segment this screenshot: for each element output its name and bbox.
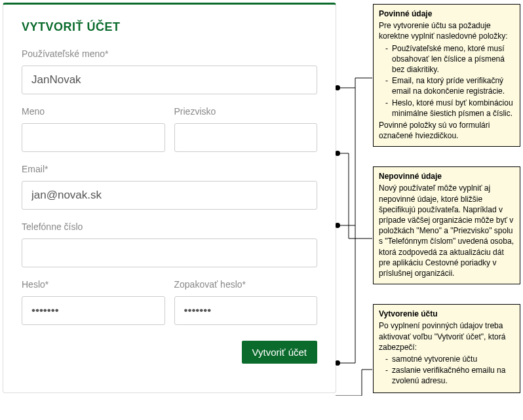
firstname-input[interactable] [22,123,165,152]
username-label: Používateľské meno* [22,48,317,59]
note-create-account: Vytvorenie účtu Po vyplnení povinných úd… [373,304,520,393]
note-bullet: Email, na ktorý príde verifikačný email … [392,75,514,96]
username-input[interactable] [22,66,317,94]
lastname-input[interactable] [174,123,318,152]
email-input[interactable] [22,181,317,210]
note-title: Povinné údaje [379,9,514,19]
note-title: Vytvorenie účtu [379,309,514,319]
note-text: Povinné položky sú vo formulári označené… [379,120,514,141]
email-label: Email* [22,164,317,174]
phone-input[interactable] [22,239,317,267]
create-account-form: VYTVORIŤ ÚČET Používateľské meno* Meno P… [3,3,336,393]
note-text: Nový používateľ môže vyplniť aj nepovinn… [379,183,514,278]
password2-label: Zopakovať heslo* [174,279,318,290]
note-title: Nepovinné údaje [379,171,514,181]
form-title: VYTVORIŤ ÚČET [22,20,317,34]
note-optional-fields: Nepovinné údaje Nový používateľ môže vyp… [373,166,520,284]
password-input[interactable] [22,296,165,325]
lastname-label: Priezvisko [174,106,318,117]
note-bullet: zaslanie verifikačného emailu na zvolenú… [392,365,514,386]
note-text: Po vyplnení povinných údajov treba aktiv… [379,320,514,353]
note-bullet: samotné vytvorenie účtu [392,354,514,364]
annotation-panel: Povinné údaje Pre vytvorenie účtu sa pož… [336,3,520,393]
note-bullet: Heslo, ktoré musí byť kombináciou minimá… [392,98,514,119]
phone-label: Telefónne číslo [22,221,317,232]
create-account-button[interactable]: Vytvoriť účet [242,341,317,364]
note-text: Pre vytvorenie účtu sa požaduje korektne… [379,20,514,41]
note-required-fields: Povinné údaje Pre vytvorenie účtu sa pož… [373,4,520,147]
password-label: Heslo* [22,279,165,290]
firstname-label: Meno [22,106,165,117]
password2-input[interactable] [174,296,318,325]
note-bullet: Používateľské meno, ktoré musí obsahovať… [392,43,514,75]
